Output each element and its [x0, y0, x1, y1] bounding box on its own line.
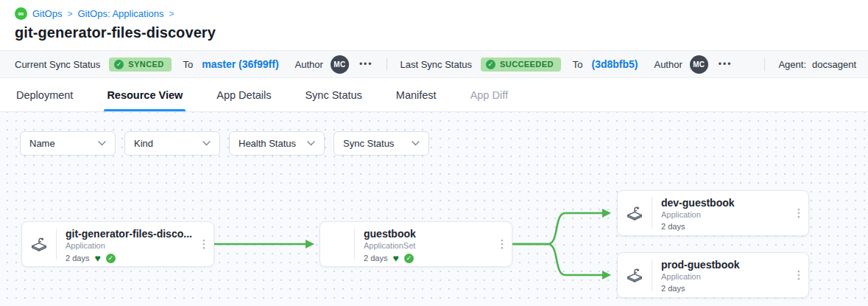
succeeded-badge-label: SUCCEEDED	[500, 60, 554, 69]
last-sync-more-button[interactable]: •••	[719, 60, 733, 69]
application-icon	[618, 191, 652, 235]
node-menu-button[interactable]: ⋮	[493, 222, 512, 266]
applicationset-icon	[320, 222, 354, 266]
node-title: guestbook	[364, 228, 493, 240]
last-sync-status-group: Last Sync Status ✓ SUCCEEDED To (3d8bfb5…	[401, 55, 733, 74]
node-menu-button[interactable]: ⋮	[789, 253, 808, 297]
breadcrumb-separator: >	[169, 9, 174, 19]
chevron-down-icon	[202, 141, 211, 146]
chevron-down-icon	[412, 141, 420, 146]
node-menu-button[interactable]: ⋮	[194, 222, 214, 266]
node-title: git-generator-files-disco...	[66, 228, 194, 240]
node-age: 2 days	[364, 254, 387, 262]
chevron-down-icon	[307, 141, 315, 146]
node-body: dev-guestbook Application 2 days	[652, 191, 789, 235]
status-bar: Current Sync Status ✓ SYNCED To master (…	[0, 50, 868, 78]
application-icon	[618, 253, 652, 297]
current-sync-status-group: Current Sync Status ✓ SYNCED To master (…	[15, 55, 373, 74]
tab-bar: Deployment Resource View App Details Syn…	[0, 78, 868, 112]
author-avatar: MC	[331, 55, 349, 74]
tab-app-diff: App Diff	[469, 78, 509, 111]
filter-kind-label: Kind	[134, 138, 153, 149]
node-prod-guestbook[interactable]: prod-guestbook Application 2 days ⋮	[617, 252, 809, 298]
author-avatar: MC	[690, 55, 708, 74]
filter-bar: Name Kind Health Status Sync Status	[20, 131, 429, 156]
node-kind: Application	[661, 272, 789, 281]
page-header: ∞ GitOps > GitOps: Applications > git-ge…	[0, 0, 868, 41]
chevron-down-icon	[98, 141, 106, 146]
node-kind: ApplicationSet	[364, 241, 493, 250]
last-sync-status-label: Last Sync Status	[401, 59, 473, 70]
last-revision-link[interactable]: (3d8bfb5)	[591, 58, 638, 70]
node-age: 2 days	[66, 254, 89, 262]
resource-graph-canvas[interactable]: Name Kind Health Status Sync Status	[0, 112, 868, 306]
tab-app-details[interactable]: App Details	[215, 78, 272, 111]
tab-manifest[interactable]: Manifest	[395, 78, 438, 111]
sync-check-icon: ✓	[404, 254, 414, 263]
health-heart-icon: ♥	[392, 253, 398, 263]
node-menu-button[interactable]: ⋮	[789, 191, 808, 235]
filter-health-status-dropdown[interactable]: Health Status	[229, 131, 325, 156]
tab-resource-view[interactable]: Resource View	[105, 78, 184, 111]
node-title: prod-guestbook	[661, 259, 789, 271]
current-sync-status-label: Current Sync Status	[15, 59, 100, 70]
node-age: 2 days	[661, 222, 685, 231]
node-kind: Application	[661, 210, 789, 219]
node-body: guestbook ApplicationSet 2 days ♥ ✓	[355, 222, 493, 266]
author-label: Author	[654, 59, 682, 70]
filter-name-label: Name	[29, 138, 55, 149]
node-body: prod-guestbook Application 2 days	[652, 253, 789, 297]
agent-section: Agent: docsagent	[751, 58, 856, 71]
filter-sync-status-dropdown[interactable]: Sync Status	[334, 131, 429, 156]
breadcrumb-link-gitops[interactable]: GitOps	[32, 8, 62, 19]
to-label: To	[573, 59, 583, 70]
breadcrumb-separator: >	[67, 9, 72, 19]
filter-name-dropdown[interactable]: Name	[20, 131, 116, 156]
breadcrumb-link-applications[interactable]: GitOps: Applications	[77, 8, 163, 19]
current-sync-more-button[interactable]: •••	[359, 60, 373, 69]
node-git-generator-files-discovery[interactable]: git-generator-files-disco... Application…	[21, 221, 214, 267]
edge-guestbook-to-dev	[513, 213, 609, 244]
health-heart-icon: ♥	[94, 253, 100, 263]
check-circle-icon: ✓	[114, 60, 124, 69]
filter-sync-status-label: Sync Status	[343, 138, 394, 149]
author-label: Author	[295, 59, 323, 70]
status-bar-divider	[764, 58, 765, 71]
check-circle-icon: ✓	[486, 60, 495, 69]
tab-sync-status[interactable]: Sync Status	[303, 78, 363, 111]
status-bar-divider	[387, 58, 387, 71]
edge-guestbook-to-prod	[513, 244, 609, 275]
tab-deployment[interactable]: Deployment	[15, 78, 74, 111]
node-guestbook[interactable]: guestbook ApplicationSet 2 days ♥ ✓ ⋮	[320, 221, 512, 267]
sync-check-icon: ✓	[106, 254, 116, 263]
agent-label: Agent:	[778, 59, 806, 70]
filter-kind-dropdown[interactable]: Kind	[124, 131, 220, 156]
synced-status-badge: ✓ SYNCED	[109, 58, 171, 72]
breadcrumb: ∞ GitOps > GitOps: Applications >	[15, 7, 853, 20]
agent-value: docsagent	[812, 59, 856, 70]
node-body: git-generator-files-disco... Application…	[57, 222, 194, 266]
node-kind: Application	[66, 241, 194, 250]
node-age: 2 days	[661, 284, 685, 293]
application-icon	[22, 222, 56, 266]
current-revision-link[interactable]: master (36f99ff)	[202, 58, 278, 70]
synced-badge-label: SYNCED	[128, 60, 163, 69]
gitops-logo-icon: ∞	[15, 7, 27, 20]
to-label: To	[183, 59, 194, 70]
node-dev-guestbook[interactable]: dev-guestbook Application 2 days ⋮	[617, 190, 809, 236]
node-title: dev-guestbook	[661, 197, 789, 209]
succeeded-status-badge: ✓ SUCCEEDED	[481, 58, 561, 72]
page-title: git-generator-files-discovery	[15, 24, 853, 41]
filter-health-status-label: Health Status	[239, 138, 296, 149]
